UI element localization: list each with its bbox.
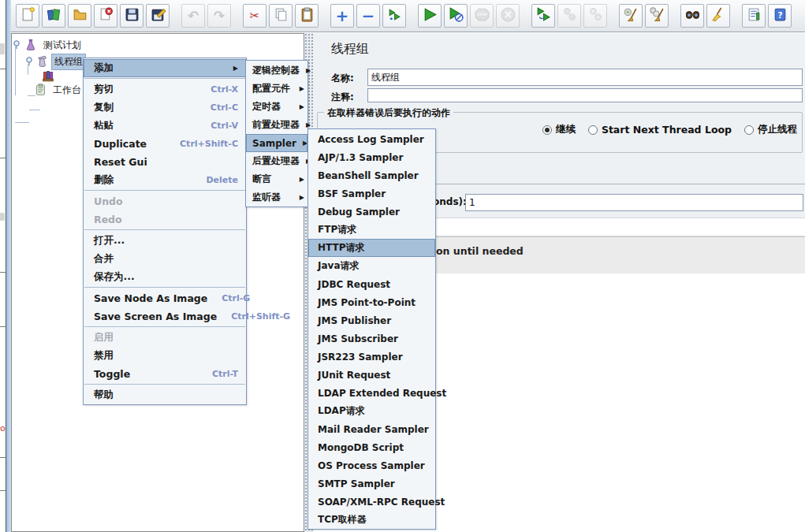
menu-item[interactable]: Java请求	[308, 257, 435, 275]
expand-all-button[interactable]: +	[330, 4, 354, 28]
menu-item[interactable]: SOAP/XML-RPC Request	[308, 493, 435, 511]
remote-start-all-button[interactable]	[531, 4, 555, 28]
expand-all-icon: +	[336, 8, 349, 24]
menu-item[interactable]: JSR223 Sampler	[308, 348, 435, 366]
toolbar-group: STOP	[418, 4, 522, 28]
menu-item[interactable]: 粘贴Ctrl-V	[84, 117, 246, 135]
menu-item[interactable]: Debug Sampler	[308, 203, 435, 221]
collapse-all-button[interactable]: −	[356, 4, 380, 28]
menu-item[interactable]: DuplicateCtrl+Shift-C	[84, 135, 246, 153]
menu-item[interactable]: OS Process Sampler	[308, 456, 435, 474]
menu-item[interactable]: 逻辑控制器▶	[246, 61, 307, 80]
menu-item[interactable]: Mail Reader Sampler	[308, 420, 435, 438]
menu-item[interactable]: JMS Point-to-Point	[308, 293, 435, 311]
tree-node[interactable]	[40, 69, 58, 84]
menu-item[interactable]: JUnit Request	[308, 366, 435, 384]
rampup-input[interactable]	[465, 194, 803, 211]
menu-item[interactable]: ToggleCtrl-T	[84, 365, 246, 383]
menu-item[interactable]: JDBC Request	[308, 275, 435, 293]
menu-item[interactable]: LDAP Extended Request	[308, 384, 435, 402]
thread-group-beaker-icon	[34, 54, 50, 69]
toggle-button[interactable]	[382, 4, 406, 28]
menu-item[interactable]: BSF Sampler	[308, 184, 435, 203]
clear-all-button[interactable]	[645, 4, 669, 28]
help-button[interactable]: ?	[768, 4, 792, 28]
name-input[interactable]	[367, 69, 803, 86]
save-button[interactable]	[120, 4, 143, 28]
clear-icon	[623, 6, 639, 25]
toolbar-group: ✂	[243, 4, 321, 28]
delay-thread-creation-label-fragment: on until needed	[436, 245, 524, 257]
menu-item[interactable]: 复制Ctrl-C	[84, 99, 246, 117]
templates-button[interactable]	[42, 4, 65, 28]
submenu-arrow-icon: ▶	[306, 121, 311, 128]
menu-item[interactable]: AJP/1.3 Sampler	[308, 148, 435, 166]
close-button[interactable]	[94, 4, 117, 28]
menu-item-label: HTTP请求	[318, 241, 430, 255]
menu-item[interactable]: MongoDB Script	[308, 438, 435, 456]
menu-item[interactable]: 定时器▶	[246, 98, 307, 116]
menu-item[interactable]: LDAP请求	[308, 402, 435, 420]
menu-item[interactable]: Sampler▶	[246, 134, 307, 152]
menu-item[interactable]: JMS Publisher	[308, 311, 435, 329]
menu-item[interactable]: 删除Delete	[84, 171, 246, 189]
new-button[interactable]	[16, 4, 39, 28]
menu-item-label: 打开...	[94, 234, 238, 247]
tree-expand-handle-icon[interactable]	[12, 39, 21, 50]
cut-icon: ✂	[250, 10, 260, 22]
cut-button[interactable]: ✂	[243, 4, 266, 28]
menu-item[interactable]: Reset Gui	[84, 153, 246, 171]
open-button[interactable]	[68, 4, 91, 28]
menu-item[interactable]: 打开...	[84, 232, 246, 250]
tree-node-selected[interactable]: 线程组	[34, 54, 85, 69]
menu-item[interactable]: 配置元件▶	[246, 80, 307, 98]
menu-item[interactable]: HTTP请求	[308, 239, 435, 257]
tree-connector-line	[29, 110, 40, 110]
save-icon	[124, 6, 140, 25]
save-as-button[interactable]	[146, 4, 170, 28]
menu-item[interactable]: 断言▶	[246, 170, 307, 188]
tree-expand-handle-icon[interactable]	[24, 56, 34, 67]
menu-separator	[84, 384, 245, 385]
search-reset-button[interactable]	[706, 4, 730, 28]
clear-button[interactable]	[619, 4, 643, 28]
error-action-radio[interactable]: Start Next Thread Loop	[588, 124, 732, 136]
menu-item[interactable]: FTP请求	[308, 221, 435, 239]
menu-item[interactable]: 禁用	[84, 347, 246, 365]
error-action-radio[interactable]: 停止线程	[744, 123, 797, 136]
menu-item: Redo	[84, 210, 246, 229]
radio-button-icon[interactable]	[542, 125, 552, 135]
menu-item[interactable]: 保存为...	[84, 268, 246, 286]
menu-item[interactable]: 添加▶	[84, 59, 246, 77]
menu-item[interactable]: 帮助	[84, 386, 246, 404]
menu-item[interactable]: TCP取样器	[308, 511, 435, 529]
menu-shortcut: Ctrl-G	[222, 293, 250, 303]
menu-item[interactable]: 剪切Ctrl-X	[84, 80, 246, 99]
menu-item[interactable]: Save Screen As ImageCtrl+Shift-G	[84, 307, 246, 326]
menu-item-label: SMTP Sampler	[318, 478, 430, 489]
comment-input[interactable]	[367, 88, 803, 102]
menu-item[interactable]: BeanShell Sampler	[308, 166, 435, 184]
menu-item[interactable]: SMTP Sampler	[308, 474, 435, 493]
start-button[interactable]	[418, 4, 442, 28]
menu-item[interactable]: Access Log Sampler	[308, 130, 435, 148]
menu-item[interactable]: Save Node As ImageCtrl-G	[84, 289, 246, 307]
jmeter-window: o ↶↷✂+−STOP? 测试计划线程组工作台 线程组 名称: 注释: 在取样器…	[0, 0, 805, 532]
submenu-arrow-icon: ▶	[306, 67, 311, 74]
copy-button[interactable]	[269, 4, 293, 28]
error-action-radio[interactable]: 继续	[542, 123, 576, 136]
function-helper-button[interactable]	[742, 4, 766, 28]
tree-node[interactable]: 测试计划	[23, 38, 84, 52]
tree-node[interactable]: 工作台	[32, 83, 84, 97]
menu-item[interactable]: JMS Subscriber	[308, 329, 435, 348]
search-button[interactable]	[680, 4, 704, 28]
menu-separator	[84, 326, 245, 327]
menu-item[interactable]: 合并	[84, 250, 246, 268]
menu-item[interactable]: 监听器▶	[246, 188, 307, 206]
start-no-pauses-button[interactable]	[444, 4, 468, 28]
menu-item[interactable]: 后置处理器▶	[246, 152, 307, 170]
paste-button[interactable]	[295, 4, 319, 28]
radio-button-icon[interactable]	[588, 125, 598, 135]
menu-item[interactable]: 前置处理器▶	[246, 116, 307, 134]
radio-button-icon[interactable]	[744, 125, 754, 135]
